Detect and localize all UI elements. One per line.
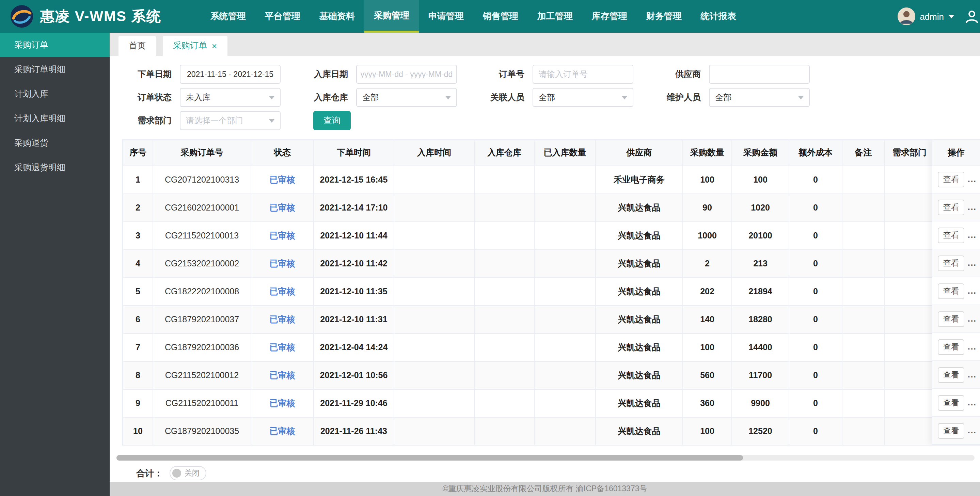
- nav-item-库存管理[interactable]: 库存管理: [582, 0, 637, 33]
- cell-inbound-time: [394, 278, 474, 306]
- view-button[interactable]: 查看: [938, 199, 964, 215]
- tab-home[interactable]: 首页: [118, 36, 156, 56]
- cell-order-time: 2021-11-29 10:46: [313, 389, 394, 417]
- more-button[interactable]: ...: [968, 426, 977, 435]
- view-button[interactable]: 查看: [938, 227, 964, 243]
- nav-item-平台管理[interactable]: 平台管理: [255, 0, 310, 33]
- sidebar-item-采购退货明细[interactable]: 采购退货明细: [0, 155, 110, 180]
- nav-item-基础资料[interactable]: 基础资料: [310, 0, 364, 33]
- cell-status[interactable]: 已审核: [251, 417, 313, 445]
- view-button[interactable]: 查看: [938, 395, 964, 410]
- filter-label: 关联人员: [475, 92, 524, 103]
- view-button[interactable]: 查看: [938, 311, 964, 327]
- cell-warehouse: [474, 362, 534, 389]
- view-button[interactable]: 查看: [938, 367, 964, 383]
- scrollbar-thumb[interactable]: [116, 455, 743, 461]
- cell-supplier: 兴凯达食品: [595, 250, 683, 278]
- more-button[interactable]: ...: [968, 370, 977, 380]
- op-cell: 查看...: [932, 361, 980, 389]
- cell-qty: 100: [683, 166, 732, 194]
- order-status-select[interactable]: 未入库: [180, 88, 281, 107]
- chevron-down-icon: [798, 96, 803, 99]
- cell-department: [884, 333, 935, 362]
- summary-toggle[interactable]: 关闭: [170, 466, 206, 480]
- nav-item-系统管理[interactable]: 系统管理: [201, 0, 255, 33]
- sidebar-item-计划入库明细[interactable]: 计划入库明细: [0, 106, 110, 131]
- inbound-date-input[interactable]: [356, 65, 457, 84]
- horizontal-scrollbar[interactable]: [116, 455, 975, 461]
- view-button[interactable]: 查看: [938, 171, 964, 187]
- toolbar-user-icon[interactable]: [964, 8, 980, 24]
- maintainer-select[interactable]: 全部: [709, 88, 810, 107]
- filter-maintainer: 维护人员 全部: [651, 88, 810, 107]
- cell-remark: [842, 362, 884, 389]
- cell-status[interactable]: 已审核: [251, 278, 313, 306]
- user-menu[interactable]: admin: [897, 8, 954, 25]
- more-button[interactable]: ...: [968, 230, 977, 240]
- select-placeholder: 请选择一个部门: [186, 115, 269, 126]
- nav-item-销售管理[interactable]: 销售管理: [473, 0, 528, 33]
- nav-item-财务管理[interactable]: 财务管理: [637, 0, 691, 33]
- more-button[interactable]: ...: [968, 203, 977, 212]
- table-row: 1CG2071202100313已审核2021-12-15 16:45禾业电子商…: [123, 166, 935, 194]
- nav-item-统计报表[interactable]: 统计报表: [691, 0, 746, 33]
- cell-seq: 3: [123, 222, 153, 250]
- cell-department: [884, 194, 935, 222]
- tab-purchase-order[interactable]: 采购订单 ×: [163, 36, 227, 56]
- summary-row: 合计： 关闭: [136, 466, 980, 480]
- cell-status[interactable]: 已审核: [251, 166, 313, 194]
- sidebar-item-采购订单明细[interactable]: 采购订单明细: [0, 57, 110, 82]
- view-button[interactable]: 查看: [938, 283, 964, 299]
- nav-item-采购管理[interactable]: 采购管理: [364, 0, 419, 33]
- cell-amount: 9900: [732, 389, 789, 417]
- more-button[interactable]: ...: [968, 398, 977, 407]
- cell-supplier: 兴凯达食品: [595, 306, 683, 333]
- cell-department: [884, 417, 935, 445]
- cell-status[interactable]: 已审核: [251, 389, 313, 417]
- cell-status[interactable]: 已审核: [251, 333, 313, 362]
- order-no-input[interactable]: [533, 65, 633, 84]
- more-button[interactable]: ...: [968, 286, 977, 296]
- filter-panel: 下单日期 入库日期 订单号 供应商: [110, 56, 980, 139]
- footer: ©重庆惠凌实业股份有限公司版权所有 渝ICP备16013373号: [110, 482, 980, 496]
- cell-extra-cost: 0: [789, 362, 842, 389]
- cell-supplier: 兴凯达食品: [595, 333, 683, 362]
- op-cell: 查看...: [932, 389, 980, 417]
- sidebar-item-采购退货[interactable]: 采购退货: [0, 131, 110, 155]
- view-button[interactable]: 查看: [938, 423, 964, 439]
- nav-item-申请管理[interactable]: 申请管理: [419, 0, 473, 33]
- search-button[interactable]: 查询: [313, 111, 351, 130]
- more-button[interactable]: ...: [968, 342, 977, 352]
- avatar: [897, 8, 915, 25]
- cell-remark: [842, 389, 884, 417]
- cell-inbound-time: [394, 333, 474, 362]
- close-icon[interactable]: ×: [212, 41, 217, 51]
- cell-inbound-time: [394, 194, 474, 222]
- chevron-down-icon: [445, 96, 451, 99]
- view-button[interactable]: 查看: [938, 339, 964, 355]
- cell-status[interactable]: 已审核: [251, 362, 313, 389]
- related-person-select[interactable]: 全部: [533, 88, 633, 107]
- view-button[interactable]: 查看: [938, 255, 964, 271]
- more-button[interactable]: ...: [968, 314, 977, 324]
- sidebar-item-计划入库[interactable]: 计划入库: [0, 82, 110, 106]
- cell-status[interactable]: 已审核: [251, 194, 313, 222]
- department-select[interactable]: 请选择一个部门: [180, 111, 281, 130]
- cell-inbound-qty: [534, 417, 595, 445]
- cell-status[interactable]: 已审核: [251, 250, 313, 278]
- order-date-input[interactable]: [180, 65, 281, 84]
- cell-inbound-time: [394, 417, 474, 445]
- cell-order-no: CG2115202100011: [153, 389, 251, 417]
- op-cell: 查看...: [932, 222, 980, 249]
- supplier-input[interactable]: [709, 65, 810, 84]
- more-button[interactable]: ...: [968, 174, 977, 184]
- sidebar-item-采购订单[interactable]: 采购订单: [0, 33, 110, 57]
- warehouse-select[interactable]: 全部: [356, 88, 457, 107]
- nav-item-加工管理[interactable]: 加工管理: [528, 0, 582, 33]
- cell-status[interactable]: 已审核: [251, 306, 313, 333]
- cell-qty: 140: [683, 306, 732, 333]
- filter-order-status: 订单状态 未入库: [122, 88, 281, 107]
- more-button[interactable]: ...: [968, 258, 977, 268]
- app-root: 惠凌 V-WMS 系统 系统管理平台管理基础资料采购管理申请管理销售管理加工管理…: [0, 0, 980, 496]
- cell-status[interactable]: 已审核: [251, 222, 313, 250]
